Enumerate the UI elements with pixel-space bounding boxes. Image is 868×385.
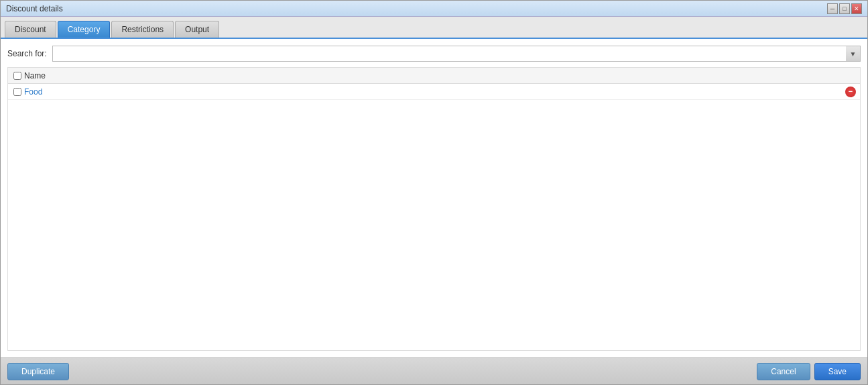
title-bar: Discount details ─ □ ✕ [1, 1, 867, 17]
column-header-name: Name [24, 71, 857, 80]
tab-category[interactable]: Category [58, 21, 111, 38]
search-row: Search for: ▼ [7, 46, 861, 62]
window: Discount details ─ □ ✕ Discount Category… [0, 0, 868, 385]
table-row: Food − [8, 84, 860, 100]
search-input[interactable] [52, 46, 861, 62]
tab-output[interactable]: Output [175, 21, 219, 38]
duplicate-button[interactable]: Duplicate [7, 363, 69, 380]
footer-left: Duplicate [7, 363, 69, 380]
content-area: Search for: ▼ Name Food [1, 39, 867, 358]
row-action-food: − [844, 87, 857, 97]
search-input-wrapper: ▼ [52, 46, 861, 62]
table-header: Name [8, 68, 860, 84]
header-checkbox-cell [11, 72, 24, 80]
header-checkbox[interactable] [13, 72, 21, 80]
cancel-button[interactable]: Cancel [757, 363, 810, 380]
remove-food-button[interactable]: − [845, 87, 856, 97]
tab-bar: Discount Category Restrictions Output [1, 17, 867, 39]
minimize-button[interactable]: ─ [827, 3, 838, 14]
window-title: Discount details [6, 4, 63, 13]
close-button[interactable]: ✕ [851, 3, 862, 14]
row-checkbox-cell [11, 88, 24, 96]
footer: Duplicate Cancel Save [1, 358, 867, 384]
search-dropdown-button[interactable]: ▼ [846, 46, 861, 62]
save-button[interactable]: Save [814, 363, 861, 380]
maximize-button[interactable]: □ [839, 3, 850, 14]
row-checkbox-food[interactable] [13, 88, 21, 96]
tab-discount[interactable]: Discount [5, 21, 56, 38]
table-area: Name Food − [7, 67, 861, 351]
tab-restrictions[interactable]: Restrictions [111, 21, 174, 38]
search-label: Search for: [7, 49, 47, 58]
window-controls: ─ □ ✕ [827, 3, 862, 14]
footer-right: Cancel Save [757, 363, 861, 380]
row-name-food[interactable]: Food [24, 87, 844, 97]
